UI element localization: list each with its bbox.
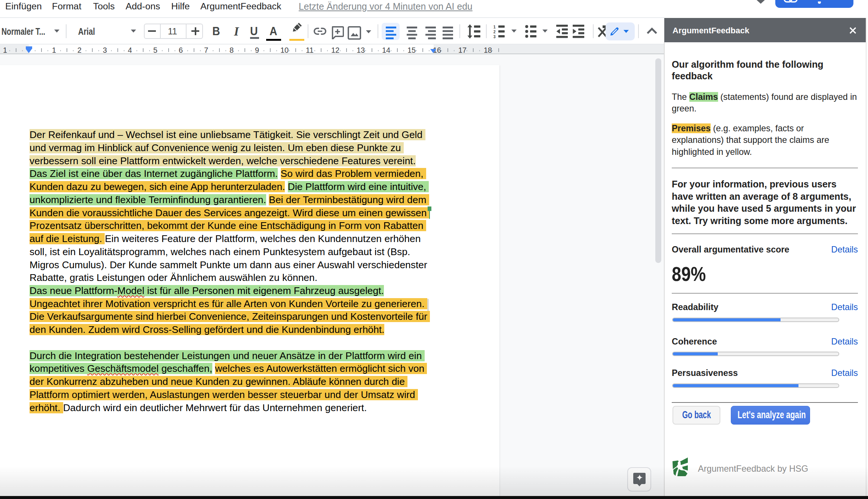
svg-text:2: 2 [493,29,496,34]
svg-text:3: 3 [493,34,496,39]
svg-text:1: 1 [493,24,496,29]
